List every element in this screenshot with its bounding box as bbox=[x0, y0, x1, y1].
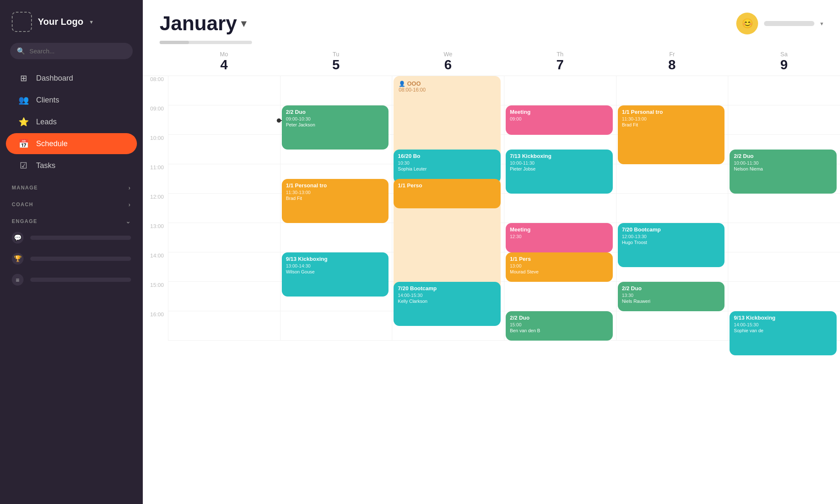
coach-chevron-icon[interactable]: › bbox=[129, 201, 131, 208]
manage-section-label: MANAGE › bbox=[0, 177, 143, 194]
progress-bar-container bbox=[143, 35, 840, 44]
sidebar-item-tasks[interactable]: ☑Tasks bbox=[6, 155, 137, 176]
search-input[interactable] bbox=[29, 47, 126, 55]
time-label-5: 13:00 bbox=[143, 223, 168, 252]
event-ev11[interactable]: 2/2 Duo15:00Ben van den B bbox=[506, 311, 613, 341]
clients-nav-icon: 👥 bbox=[18, 95, 29, 105]
cal-cell-row0-col2 bbox=[392, 76, 504, 105]
time-label-6: 14:00 bbox=[143, 252, 168, 282]
cal-cell-row8-col1 bbox=[280, 311, 392, 341]
engage-item-2[interactable]: ≡ bbox=[0, 269, 143, 290]
event-ev8[interactable]: 7/13 Kickboxing10:00-11:30Pieter Jobse bbox=[506, 150, 613, 194]
cal-cell-row4-col3 bbox=[504, 194, 616, 223]
cal-cell-row2-col0 bbox=[168, 135, 280, 164]
cal-cell-row4-col0 bbox=[168, 194, 280, 223]
main-content: January ▾ 😊 ▾ Mo4Tu5We6Th7Fr8Sa9 08:0009… bbox=[143, 0, 840, 504]
sidebar-item-leads[interactable]: ⭐Leads bbox=[6, 111, 137, 132]
engage-menu: 💬🏆≡ bbox=[0, 227, 143, 290]
schedule-nav-icon: 📅 bbox=[18, 139, 29, 149]
cal-cell-row0-col3 bbox=[504, 76, 616, 105]
cal-cell-row0-col1 bbox=[280, 76, 392, 105]
cal-cell-row7-col5 bbox=[728, 282, 840, 311]
month-title: January ▾ bbox=[160, 12, 246, 35]
month-chevron-icon[interactable]: ▾ bbox=[241, 18, 246, 29]
logo-area[interactable]: Your Logo ▾ bbox=[0, 0, 143, 40]
time-header-spacer bbox=[143, 51, 168, 72]
logo-text: Your Logo bbox=[38, 16, 83, 27]
time-label-0: 08:00 bbox=[143, 76, 168, 105]
engage-item-0[interactable]: 💬 bbox=[0, 227, 143, 248]
cal-cell-row6-col0 bbox=[168, 252, 280, 282]
header-right: 😊 ▾ bbox=[736, 13, 823, 34]
logo-chevron-icon: ▾ bbox=[90, 18, 93, 25]
month-label: January bbox=[160, 12, 237, 35]
progress-bar-fill bbox=[160, 41, 189, 44]
time-label-1: 09:00 bbox=[143, 105, 168, 135]
time-label-3: 11:00 bbox=[143, 164, 168, 194]
event-ev3[interactable]: 1/1 Perso bbox=[394, 179, 501, 208]
engage-chevron-icon[interactable]: ⌄ bbox=[126, 218, 131, 225]
cal-day-header-0: Mo4 bbox=[168, 51, 280, 72]
cal-day-header-2: We6 bbox=[392, 51, 504, 72]
cal-day-header-1: Tu5 bbox=[280, 51, 392, 72]
event-ev15[interactable]: 2/2 Duo10:00-11:30Nelson Niema bbox=[730, 150, 837, 194]
cal-cell-row7-col0 bbox=[168, 282, 280, 311]
search-bar[interactable]: 🔍 bbox=[10, 43, 133, 59]
event-ev9[interactable]: Meeting12:30 bbox=[506, 223, 613, 252]
cal-cell-row1-col5 bbox=[728, 105, 840, 135]
calendar-body: 08:0009:0010:0011:0012:0013:0014:0015:00… bbox=[143, 76, 840, 504]
event-ev7[interactable]: Meeting09:00 bbox=[506, 105, 613, 135]
engage-icon-2: ≡ bbox=[12, 274, 24, 286]
engage-icon-1: 🏆 bbox=[12, 253, 24, 265]
event-ev14[interactable]: 2/2 Duo13:30Niels Rauweri bbox=[618, 282, 725, 311]
manage-chevron-icon[interactable]: › bbox=[129, 184, 131, 191]
dashboard-nav-icon: ⊞ bbox=[18, 73, 29, 83]
cal-cell-row5-col0 bbox=[168, 223, 280, 252]
cal-cell-row7-col3 bbox=[504, 282, 616, 311]
engage-bar-1 bbox=[30, 257, 131, 261]
time-label-2: 10:00 bbox=[143, 135, 168, 164]
event-ev16[interactable]: 9/13 Kickboxing14:00-15:30Sophie van de bbox=[730, 311, 837, 355]
cal-day-header-3: Th7 bbox=[504, 51, 616, 72]
calendar-area: Mo4Tu5We6Th7Fr8Sa9 08:0009:0010:0011:001… bbox=[143, 44, 840, 504]
event-ev6[interactable]: 7/20 Bootcamp14:00-15:30Kelly Clarkson bbox=[394, 282, 501, 326]
user-chevron-icon[interactable]: ▾ bbox=[820, 20, 823, 27]
progress-bar-track bbox=[160, 41, 252, 44]
user-name-bar bbox=[764, 21, 814, 26]
event-ev2[interactable]: 16/20 Bo10:30Sophia Leuter bbox=[394, 150, 501, 183]
cal-day-header-4: Fr8 bbox=[616, 51, 728, 72]
event-ev10[interactable]: 1/1 Pers13:00Mourad Steve bbox=[506, 252, 613, 282]
nav-menu: ⊞Dashboard👥Clients⭐Leads📅Schedule☑Tasks bbox=[0, 67, 143, 177]
tasks-nav-icon: ☑ bbox=[18, 160, 29, 171]
cal-cell-row3-col4 bbox=[616, 164, 728, 194]
main-header: January ▾ 😊 ▾ bbox=[143, 0, 840, 35]
event-ev1[interactable]: 2/2 Duo09:00-10:30Peter Jackson bbox=[282, 105, 389, 150]
cal-cell-row0-col5 bbox=[728, 76, 840, 105]
cal-cell-row8-col0 bbox=[168, 311, 280, 341]
engage-bar-2 bbox=[30, 278, 131, 282]
cal-cell-row5-col5 bbox=[728, 223, 840, 252]
time-label-4: 12:00 bbox=[143, 194, 168, 223]
engage-item-1[interactable]: 🏆 bbox=[0, 248, 143, 269]
event-ev4[interactable]: 1/1 Personal tro11:30-13:00Brad Fit bbox=[282, 179, 389, 223]
sidebar-item-clients[interactable]: 👥Clients bbox=[6, 89, 137, 110]
event-ev5[interactable]: 9/13 Kickboxing13:00-14:30Wilson Gouse bbox=[282, 252, 389, 297]
avatar[interactable]: 😊 bbox=[736, 13, 758, 34]
cal-cell-row3-col0 bbox=[168, 164, 280, 194]
cal-cell-row0-col4 bbox=[616, 76, 728, 105]
engage-bar-0 bbox=[30, 236, 131, 240]
cal-cell-row4-col5 bbox=[728, 194, 840, 223]
cal-cell-row5-col1 bbox=[280, 223, 392, 252]
sidebar-item-schedule[interactable]: 📅Schedule bbox=[6, 133, 137, 154]
event-ev12[interactable]: 1/1 Personal tro11:30-13:00Brad Fit bbox=[618, 105, 725, 164]
sidebar: Your Logo ▾ 🔍 ⊞Dashboard👥Clients⭐Leads📅S… bbox=[0, 0, 143, 504]
cal-cell-row1-col0 bbox=[168, 105, 280, 135]
coach-section-label: COACH › bbox=[0, 194, 143, 210]
event-ev13[interactable]: 7/20 Bootcamp12:00-13:30Hugo Troost bbox=[618, 223, 725, 267]
search-icon: 🔍 bbox=[17, 47, 25, 55]
cal-cell-row6-col5 bbox=[728, 252, 840, 282]
engage-icon-0: 💬 bbox=[12, 232, 24, 244]
cal-cell-row0-col0 bbox=[168, 76, 280, 105]
cal-cell-row4-col4 bbox=[616, 194, 728, 223]
sidebar-item-dashboard[interactable]: ⊞Dashboard bbox=[6, 68, 137, 89]
